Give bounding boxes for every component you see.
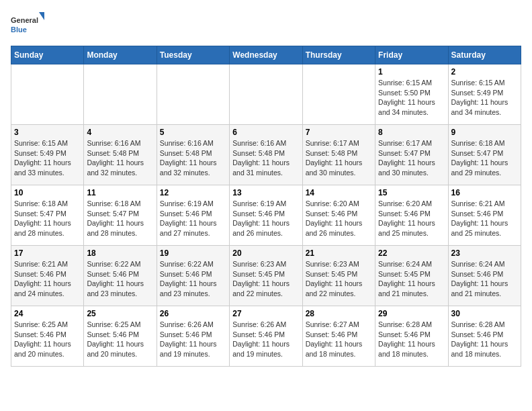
weekday-header-saturday: Saturday	[448, 46, 521, 64]
calendar-cell: 19Sunrise: 6:22 AMSunset: 5:46 PMDayligh…	[157, 246, 229, 306]
calendar-cell: 8Sunrise: 6:17 AMSunset: 5:47 PMDaylight…	[375, 125, 448, 185]
calendar-cell: 14Sunrise: 6:20 AMSunset: 5:46 PMDayligh…	[302, 185, 375, 246]
day-number: 22	[378, 248, 445, 258]
day-info: Sunrise: 6:17 AMSunset: 5:48 PMDaylight:…	[306, 138, 372, 178]
week-row-4: 17Sunrise: 6:21 AMSunset: 5:46 PMDayligh…	[11, 246, 521, 306]
svg-marker-2	[39, 12, 44, 20]
day-number: 26	[160, 309, 226, 318]
calendar-cell: 10Sunrise: 6:18 AMSunset: 5:47 PMDayligh…	[11, 185, 84, 246]
day-info: Sunrise: 6:23 AMSunset: 5:45 PMDaylight:…	[306, 259, 372, 299]
day-info: Sunrise: 6:16 AMSunset: 5:48 PMDaylight:…	[232, 138, 299, 178]
day-number: 24	[14, 309, 81, 318]
day-number: 17	[14, 248, 81, 258]
calendar-cell: 12Sunrise: 6:19 AMSunset: 5:46 PMDayligh…	[157, 185, 229, 246]
day-info: Sunrise: 6:20 AMSunset: 5:46 PMDaylight:…	[378, 199, 445, 238]
week-row-5: 24Sunrise: 6:25 AMSunset: 5:46 PMDayligh…	[11, 306, 521, 367]
calendar-cell: 17Sunrise: 6:21 AMSunset: 5:46 PMDayligh…	[11, 246, 84, 306]
weekday-header-monday: Monday	[84, 46, 157, 64]
calendar-cell: 23Sunrise: 6:24 AMSunset: 5:46 PMDayligh…	[448, 246, 521, 306]
calendar-cell: 27Sunrise: 6:26 AMSunset: 5:46 PMDayligh…	[230, 306, 302, 367]
calendar-cell: 5Sunrise: 6:16 AMSunset: 5:48 PMDaylight…	[157, 125, 229, 185]
day-number: 25	[87, 309, 153, 318]
page-header: General Blue	[11, 11, 521, 38]
day-info: Sunrise: 6:15 AMSunset: 5:49 PMDaylight:…	[14, 138, 81, 178]
calendar-cell: 24Sunrise: 6:25 AMSunset: 5:46 PMDayligh…	[11, 306, 84, 367]
day-info: Sunrise: 6:26 AMSunset: 5:46 PMDaylight:…	[232, 320, 299, 359]
day-number: 27	[232, 309, 299, 318]
day-info: Sunrise: 6:18 AMSunset: 5:47 PMDaylight:…	[451, 138, 518, 178]
day-number: 30	[451, 309, 518, 318]
calendar-cell: 1Sunrise: 6:15 AMSunset: 5:50 PMDaylight…	[375, 64, 448, 125]
day-info: Sunrise: 6:21 AMSunset: 5:46 PMDaylight:…	[14, 259, 81, 299]
calendar-cell: 28Sunrise: 6:27 AMSunset: 5:46 PMDayligh…	[302, 306, 375, 367]
calendar-cell: 26Sunrise: 6:26 AMSunset: 5:46 PMDayligh…	[157, 306, 229, 367]
day-info: Sunrise: 6:20 AMSunset: 5:46 PMDaylight:…	[306, 199, 372, 238]
day-info: Sunrise: 6:25 AMSunset: 5:46 PMDaylight:…	[14, 320, 81, 359]
day-info: Sunrise: 6:24 AMSunset: 5:45 PMDaylight:…	[378, 259, 445, 299]
day-info: Sunrise: 6:22 AMSunset: 5:46 PMDaylight:…	[160, 259, 226, 299]
calendar-cell	[11, 64, 84, 125]
day-number: 3	[14, 128, 81, 137]
weekday-header-wednesday: Wednesday	[230, 46, 302, 64]
day-number: 8	[378, 128, 445, 137]
day-number: 20	[232, 248, 299, 258]
day-number: 9	[451, 128, 518, 137]
day-info: Sunrise: 6:18 AMSunset: 5:47 PMDaylight:…	[87, 199, 153, 238]
calendar-cell: 13Sunrise: 6:19 AMSunset: 5:46 PMDayligh…	[230, 185, 302, 246]
day-number: 5	[160, 128, 226, 137]
day-info: Sunrise: 6:28 AMSunset: 5:46 PMDaylight:…	[451, 320, 518, 359]
day-info: Sunrise: 6:16 AMSunset: 5:48 PMDaylight:…	[87, 138, 153, 178]
calendar-cell: 21Sunrise: 6:23 AMSunset: 5:45 PMDayligh…	[302, 246, 375, 306]
calendar-cell: 22Sunrise: 6:24 AMSunset: 5:45 PMDayligh…	[375, 246, 448, 306]
weekday-header-tuesday: Tuesday	[157, 46, 229, 64]
day-info: Sunrise: 6:22 AMSunset: 5:46 PMDaylight:…	[87, 259, 153, 299]
day-number: 1	[378, 67, 445, 77]
day-number: 19	[160, 248, 226, 258]
weekday-header-friday: Friday	[375, 46, 448, 64]
calendar-cell: 9Sunrise: 6:18 AMSunset: 5:47 PMDaylight…	[448, 125, 521, 185]
day-info: Sunrise: 6:18 AMSunset: 5:47 PMDaylight:…	[14, 199, 81, 238]
calendar-cell: 25Sunrise: 6:25 AMSunset: 5:46 PMDayligh…	[84, 306, 157, 367]
day-info: Sunrise: 6:15 AMSunset: 5:49 PMDaylight:…	[451, 78, 518, 118]
svg-text:General: General	[11, 16, 38, 24]
day-number: 10	[14, 188, 81, 197]
calendar-cell: 15Sunrise: 6:20 AMSunset: 5:46 PMDayligh…	[375, 185, 448, 246]
calendar-cell	[157, 64, 229, 125]
day-info: Sunrise: 6:23 AMSunset: 5:45 PMDaylight:…	[232, 259, 299, 299]
calendar-cell	[84, 64, 157, 125]
day-number: 21	[306, 248, 372, 258]
logo-svg: General Blue	[11, 11, 44, 38]
calendar-cell: 2Sunrise: 6:15 AMSunset: 5:49 PMDaylight…	[448, 64, 521, 125]
day-info: Sunrise: 6:27 AMSunset: 5:46 PMDaylight:…	[306, 320, 372, 359]
logo: General Blue	[11, 11, 44, 38]
day-number: 28	[306, 309, 372, 318]
weekday-header-row: SundayMondayTuesdayWednesdayThursdayFrid…	[11, 46, 521, 64]
day-info: Sunrise: 6:26 AMSunset: 5:46 PMDaylight:…	[160, 320, 226, 359]
calendar-cell: 29Sunrise: 6:28 AMSunset: 5:46 PMDayligh…	[375, 306, 448, 367]
day-number: 12	[160, 188, 226, 197]
day-number: 6	[232, 128, 299, 137]
calendar-cell: 4Sunrise: 6:16 AMSunset: 5:48 PMDaylight…	[84, 125, 157, 185]
calendar-cell: 11Sunrise: 6:18 AMSunset: 5:47 PMDayligh…	[84, 185, 157, 246]
calendar-cell	[302, 64, 375, 125]
day-info: Sunrise: 6:25 AMSunset: 5:46 PMDaylight:…	[87, 320, 153, 359]
calendar-cell: 30Sunrise: 6:28 AMSunset: 5:46 PMDayligh…	[448, 306, 521, 367]
calendar-cell: 3Sunrise: 6:15 AMSunset: 5:49 PMDaylight…	[11, 125, 84, 185]
day-info: Sunrise: 6:19 AMSunset: 5:46 PMDaylight:…	[160, 199, 226, 238]
calendar-cell: 7Sunrise: 6:17 AMSunset: 5:48 PMDaylight…	[302, 125, 375, 185]
day-info: Sunrise: 6:24 AMSunset: 5:46 PMDaylight:…	[451, 259, 518, 299]
day-number: 15	[378, 188, 445, 197]
day-number: 2	[451, 67, 518, 77]
day-info: Sunrise: 6:28 AMSunset: 5:46 PMDaylight:…	[378, 320, 445, 359]
day-info: Sunrise: 6:17 AMSunset: 5:47 PMDaylight:…	[378, 138, 445, 178]
calendar-cell: 6Sunrise: 6:16 AMSunset: 5:48 PMDaylight…	[230, 125, 302, 185]
calendar-cell: 20Sunrise: 6:23 AMSunset: 5:45 PMDayligh…	[230, 246, 302, 306]
day-number: 13	[232, 188, 299, 197]
day-info: Sunrise: 6:15 AMSunset: 5:50 PMDaylight:…	[378, 78, 445, 118]
week-row-3: 10Sunrise: 6:18 AMSunset: 5:47 PMDayligh…	[11, 185, 521, 246]
day-info: Sunrise: 6:21 AMSunset: 5:46 PMDaylight:…	[451, 199, 518, 238]
weekday-header-thursday: Thursday	[302, 46, 375, 64]
day-number: 29	[378, 309, 445, 318]
day-number: 11	[87, 188, 153, 197]
calendar-cell	[230, 64, 302, 125]
